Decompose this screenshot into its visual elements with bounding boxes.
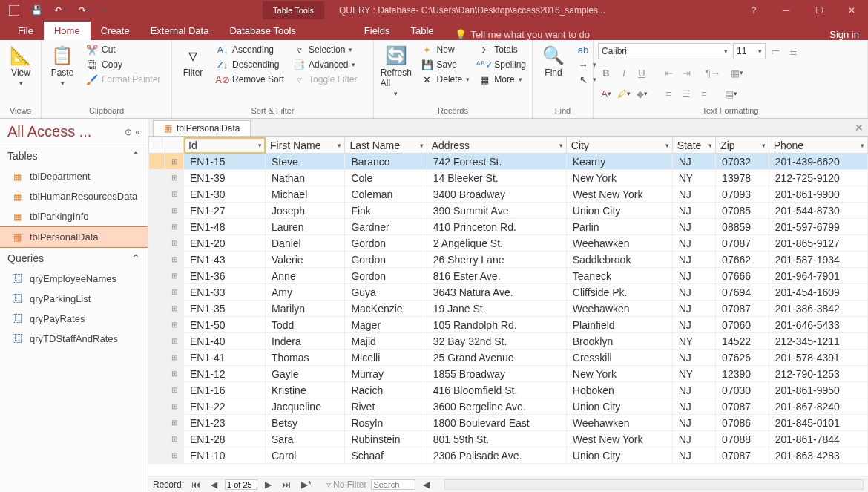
cell[interactable]: 212-725-9120: [769, 170, 867, 186]
table-row[interactable]: ⊞EN1-35MarilynMacKenzie19 Jane St.Weehaw…: [149, 301, 868, 317]
next-record-button[interactable]: ▶: [262, 479, 274, 490]
cell[interactable]: Nathan: [266, 170, 345, 186]
select-all-cell[interactable]: [149, 137, 165, 154]
row-selector[interactable]: [149, 301, 165, 317]
expand-row-icon[interactable]: ⊞: [165, 252, 184, 268]
table-row[interactable]: ⊞EN1-15SteveBaranco742 Forrest St.Kearny…: [149, 154, 868, 170]
cell[interactable]: NY: [672, 333, 715, 350]
cut-button[interactable]: ✂️Cut: [85, 43, 162, 56]
tell-me-search[interactable]: 💡 Tell me what you want to do: [455, 29, 590, 40]
cell[interactable]: Racich: [345, 382, 427, 398]
new-button[interactable]: ✦New: [420, 43, 472, 56]
table-row[interactable]: ⊞EN1-30MichaelColeman3400 BroadwayWest N…: [149, 186, 868, 203]
cell[interactable]: 201-867-8240: [769, 398, 867, 415]
expand-row-icon[interactable]: ⊞: [165, 317, 184, 333]
close-button[interactable]: ✕: [835, 0, 868, 21]
indent-decrease-icon[interactable]: ⇤: [660, 65, 677, 80]
cell[interactable]: NJ: [672, 415, 715, 431]
cell[interactable]: Coleman: [345, 186, 427, 203]
cell[interactable]: Lauren: [266, 219, 345, 235]
nav-pane-header[interactable]: All Access ... ⊙ «: [0, 119, 148, 145]
row-selector[interactable]: [149, 268, 165, 284]
nav-collapse-icon[interactable]: «: [135, 127, 140, 137]
cell[interactable]: 08859: [716, 219, 769, 235]
cell[interactable]: 201-863-4283: [769, 447, 867, 464]
cell[interactable]: Anne: [266, 268, 345, 284]
underline-button[interactable]: U: [634, 65, 650, 80]
cell[interactable]: Rivet: [345, 398, 427, 415]
cell[interactable]: 07086: [716, 415, 769, 431]
horizontal-scrollbar[interactable]: [444, 479, 864, 490]
prev-record-button[interactable]: ◀: [208, 479, 220, 490]
new-record-button[interactable]: ▶*: [298, 479, 315, 490]
cell[interactable]: Michael: [266, 186, 345, 203]
cell[interactable]: West New York: [566, 186, 672, 203]
minimize-button[interactable]: ─: [770, 0, 803, 21]
column-header-phone[interactable]: Phone▾: [769, 137, 867, 154]
cell[interactable]: 201-578-4391: [769, 350, 867, 366]
cell[interactable]: EN1-27: [184, 203, 266, 219]
view-button[interactable]: 📐 View ▾: [4, 43, 37, 89]
cell[interactable]: Cole: [345, 170, 427, 186]
cell[interactable]: NJ: [672, 317, 715, 333]
tab-close-button[interactable]: ✕: [855, 122, 864, 134]
cell[interactable]: 201-597-6799: [769, 219, 867, 235]
cell[interactable]: 07060: [716, 317, 769, 333]
cell[interactable]: 07085: [716, 203, 769, 219]
cell[interactable]: 201-964-7901: [769, 268, 867, 284]
expand-row-icon[interactable]: ⊞: [165, 415, 184, 431]
first-record-button[interactable]: ⏮: [188, 479, 203, 490]
expand-row-icon[interactable]: ⊞: [165, 333, 184, 350]
ascending-button[interactable]: A↓Ascending: [215, 43, 286, 56]
gridlines-icon[interactable]: ▦▾: [729, 65, 745, 80]
column-header-id[interactable]: Id▾: [184, 137, 266, 154]
table-row[interactable]: ⊞EN1-22JacquelineRivet3600 Bergeline Ave…: [149, 398, 868, 415]
cell[interactable]: EN1-23: [184, 415, 266, 431]
spelling-button[interactable]: ᴬᴮ✓Spelling: [477, 58, 527, 71]
cell[interactable]: NJ: [672, 203, 715, 219]
column-dropdown-icon[interactable]: ▾: [708, 142, 712, 149]
row-selector[interactable]: [149, 431, 165, 447]
column-dropdown-icon[interactable]: ▾: [861, 142, 864, 149]
cell[interactable]: Weehawken: [566, 301, 672, 317]
table-row[interactable]: ⊞EN1-12GayleMurray1855 BroadwayNew YorkN…: [149, 366, 868, 382]
cell[interactable]: 105 Randolph Rd.: [427, 317, 566, 333]
row-selector[interactable]: [149, 186, 165, 203]
nav-item-qryParkingList[interactable]: ⿺qryParkingList: [0, 289, 148, 309]
cell[interactable]: Jacqueline: [266, 398, 345, 415]
cell[interactable]: Gordon: [345, 252, 427, 268]
row-selector[interactable]: [149, 366, 165, 382]
cell[interactable]: EN1-16: [184, 382, 266, 398]
cell[interactable]: 07087: [716, 447, 769, 464]
cell[interactable]: Micelli: [345, 350, 427, 366]
cell[interactable]: 390 Summit Ave.: [427, 203, 566, 219]
table-row[interactable]: ⊞EN1-33AmyGuya3643 Natura Ave.Cliffside …: [149, 284, 868, 301]
column-dropdown-icon[interactable]: ▾: [559, 142, 563, 149]
cell[interactable]: 13978: [716, 170, 769, 186]
delete-button[interactable]: ✕Delete ▾: [420, 73, 472, 86]
expand-row-icon[interactable]: ⊞: [165, 203, 184, 219]
advanced-button[interactable]: 📑Advanced ▾: [292, 58, 358, 71]
cell[interactable]: NJ: [672, 154, 715, 170]
indent-increase-icon[interactable]: ⇥: [678, 65, 694, 80]
table-row[interactable]: ⊞EN1-36AnneGordon816 Ester Ave.TeaneckNJ…: [149, 268, 868, 284]
cell[interactable]: NJ: [672, 301, 715, 317]
column-header-address[interactable]: Address▾: [427, 137, 566, 154]
toggle-filter-button[interactable]: ▿Toggle Filter: [292, 73, 358, 86]
align-right-button[interactable]: ≡: [696, 86, 712, 101]
expand-row-icon[interactable]: ⊞: [165, 154, 184, 170]
cell[interactable]: 25 Grand Avenue: [427, 350, 566, 366]
table-row[interactable]: ⊞EN1-50ToddMager105 Randolph Rd.Plainfie…: [149, 317, 868, 333]
cell[interactable]: Weehawken: [566, 235, 672, 252]
save-icon[interactable]: 💾: [31, 5, 42, 16]
cell[interactable]: 201-861-9950: [769, 382, 867, 398]
cell[interactable]: Union City: [566, 203, 672, 219]
cell[interactable]: 816 Ester Ave.: [427, 268, 566, 284]
record-search-input[interactable]: [371, 479, 415, 490]
cell[interactable]: EN1-30: [184, 186, 266, 203]
column-header-city[interactable]: City▾: [566, 137, 672, 154]
app-icon[interactable]: [9, 5, 19, 16]
cell[interactable]: Baranco: [345, 154, 427, 170]
row-selector[interactable]: [149, 154, 165, 170]
maximize-button[interactable]: ☐: [803, 0, 835, 21]
